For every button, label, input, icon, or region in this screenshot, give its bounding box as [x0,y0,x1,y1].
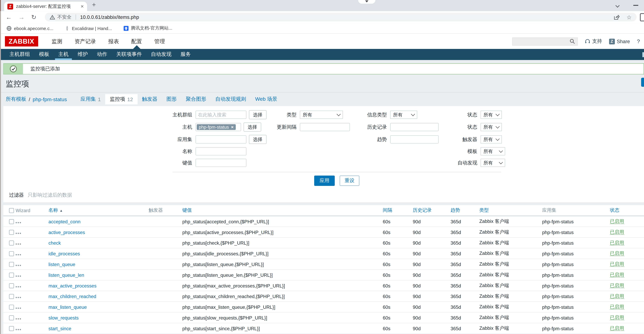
status-select[interactable]: 所有 [480,111,502,119]
create-item-button[interactable] [641,78,644,87]
item-name-link[interactable]: active_processes [48,230,85,235]
breadcrumb-tab[interactable]: 图形 [162,94,181,104]
minimize-window-icon[interactable] [633,5,638,6]
main-nav-item[interactable]: 管理 [148,34,171,49]
status-enabled-link[interactable]: 已启用 [610,219,624,224]
back-icon[interactable]: ← [6,14,12,20]
subnav-item[interactable]: 服务 [176,49,195,60]
wizard-dots-icon[interactable] [16,222,21,223]
row-checkbox[interactable] [9,273,14,277]
info-type-select[interactable]: 所有 [390,111,417,119]
status-enabled-link[interactable]: 已启用 [610,304,624,309]
breadcrumb-tab[interactable]: 触发器 [138,94,162,104]
zabbix-logo[interactable]: ZABBIX [5,36,38,47]
item-name-link[interactable]: listen_queue_len [48,272,84,277]
status-enabled-link[interactable]: 已启用 [610,272,624,277]
item-name-link[interactable]: idle_processes [48,251,80,256]
item-name-link[interactable]: start_since [48,326,71,331]
header-history[interactable]: 历史记录 [413,205,451,216]
row-checkbox[interactable] [9,219,14,224]
browser-tab[interactable]: Z zabbix4-server: 配置监控项 × [4,2,87,11]
item-name-link[interactable]: max_listen_queue [48,304,87,309]
update-interval-input[interactable] [300,123,350,131]
item-name-link[interactable]: slow_requests [48,315,78,320]
status-enabled-link[interactable]: 已启用 [610,251,624,256]
main-nav-item[interactable]: 监测 [46,34,68,49]
bookmark-item[interactable]: 腾讯文档-官方网站... [124,25,172,31]
row-checkbox[interactable] [9,326,14,331]
subnav-item[interactable]: 模板 [34,49,54,60]
url-text[interactable]: 10.0.0.61/zabbix/items.php [80,14,139,20]
address-bar[interactable]: 不安全 10.0.0.61/zabbix/items.php ☆ [45,13,636,21]
status-enabled-link[interactable]: 已启用 [610,230,624,235]
status-enabled-link[interactable]: 已启用 [610,240,624,245]
history-input[interactable] [390,123,438,131]
header-interval[interactable]: 间隔 [383,205,413,216]
media-pill[interactable] [358,0,376,4]
subnav-item[interactable]: 主机群组 [5,49,34,60]
wizard-dots-icon[interactable] [16,297,21,298]
subnav-item[interactable]: 关联项事件 [112,49,146,60]
breadcrumb-tab[interactable]: 应用集1 [76,94,105,104]
bookmark-item[interactable]: ebook.apecome.c... [7,26,54,31]
support-link[interactable]: 支持 [585,38,602,45]
application-select-button[interactable]: 选择 [249,135,266,144]
bookmark-star-icon[interactable]: ☆ [626,14,632,20]
header-status[interactable]: 状态 [610,205,644,216]
remove-host-chip-icon[interactable]: × [231,125,234,129]
wizard-dots-icon[interactable] [16,265,21,266]
breadcrumb-tab[interactable]: 监控项12 [105,94,138,104]
row-checkbox[interactable] [9,251,14,256]
forward-icon[interactable]: → [18,14,25,20]
security-label[interactable]: 不安全 [57,14,72,20]
header-name[interactable]: 名称▲ [48,205,148,216]
row-checkbox[interactable] [9,283,14,288]
subnav-item[interactable]: 自动发现 [146,49,176,60]
item-name-link[interactable]: listen_queue [48,262,75,267]
key-input[interactable] [196,159,246,167]
hostgroup-input[interactable] [196,111,246,119]
trends-input[interactable] [390,135,438,143]
extension-icon[interactable] [640,13,644,21]
wizard-dots-icon[interactable] [16,318,21,319]
filter-tab-label[interactable]: 过滤器 [9,192,24,198]
main-nav-item[interactable]: 报表 [102,34,125,49]
item-name-link[interactable]: check [48,240,61,245]
reset-button[interactable]: 重设 [340,176,360,186]
subnav-item[interactable]: 动作 [92,49,112,60]
wizard-dots-icon[interactable] [16,254,21,255]
type-select[interactable]: 所有 [300,111,343,119]
breadcrumb-tab[interactable]: Web 场景 [251,94,282,104]
share-icon[interactable] [614,14,620,20]
row-checkbox[interactable] [9,294,14,299]
help-link[interactable]: ? [637,38,640,44]
status-enabled-link[interactable]: 已启用 [610,326,624,331]
select-all-checkbox[interactable] [9,208,14,213]
bookmark-item[interactable]: Excalidraw | Hand... [65,26,112,31]
host-input[interactable]: php-fpm-status× [196,123,241,131]
share-link[interactable]: Z Share [609,39,630,44]
header-trends[interactable]: 趋势 [450,205,479,216]
breadcrumb-tab[interactable]: 自动发现规则 [211,94,251,104]
name-input[interactable] [196,147,246,155]
wizard-dots-icon[interactable] [16,286,21,287]
apply-button[interactable]: 应用 [314,176,335,186]
breadcrumb-all-templates[interactable]: 所有模板 [6,96,26,103]
wizard-dots-icon[interactable] [16,233,21,234]
item-name-link[interactable]: max_active_processes [48,283,96,288]
tab-search-chevron-icon[interactable] [616,3,620,7]
new-tab-button[interactable]: + [92,1,96,9]
header-search-input[interactable] [512,37,578,45]
breadcrumb-tab[interactable]: 聚合图形 [181,94,211,104]
wizard-dots-icon[interactable] [16,329,21,330]
header-type[interactable]: 类型 [479,205,542,216]
wizard-dots-icon[interactable] [16,275,21,276]
main-nav-item[interactable]: 资产记录 [68,34,102,49]
status-enabled-link[interactable]: 已启用 [610,283,624,288]
breadcrumb-template[interactable]: php-fpm-status [32,96,67,102]
header-key[interactable]: 键值 [182,205,383,216]
item-name-link[interactable]: max_children_reached [48,294,96,299]
status-enabled-link[interactable]: 已启用 [610,315,624,320]
state-select[interactable]: 所有 [480,123,502,131]
application-input[interactable] [196,135,246,143]
